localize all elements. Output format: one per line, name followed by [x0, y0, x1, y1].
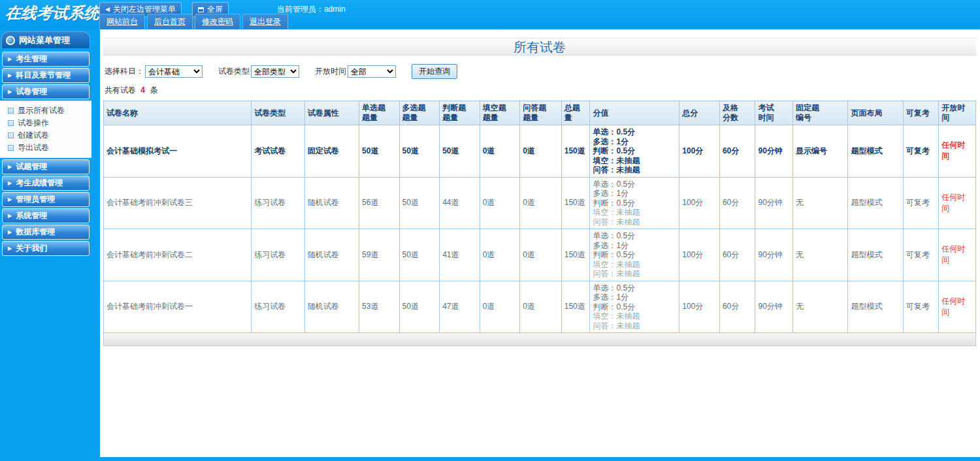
- submenu-item[interactable]: 试卷操作: [8, 117, 91, 129]
- sidebar-header: 网站菜单管理: [1, 31, 90, 48]
- cell-fixed_no: 无: [793, 177, 848, 229]
- cell-single: 53道: [359, 281, 400, 333]
- cell-fixed_no: 显示编号: [793, 125, 848, 178]
- table-row: 会计基础考前冲刺试卷一练习试卷随机试卷53道50道47道0道0道150道单选：0…: [104, 281, 976, 333]
- cell-fixed_no: 无: [793, 229, 848, 281]
- query-button[interactable]: 开始查询: [412, 64, 457, 79]
- document-icon: [8, 133, 14, 138]
- result-count: 4: [140, 86, 145, 95]
- submenu-item[interactable]: 创建试卷: [8, 129, 91, 142]
- sidebar-item-5[interactable]: ▶管理员管理: [2, 192, 90, 207]
- column-header: 试卷属性: [304, 101, 359, 125]
- cell-single: 50道: [359, 125, 400, 178]
- sidebar-menu: ▶考生管理▶科目及章节管理▶试卷管理显示所有试卷试卷操作创建试卷导出试卷▶试题管…: [0, 52, 91, 256]
- cell-single: 59道: [359, 229, 400, 281]
- column-header: 及格 分数: [719, 101, 755, 125]
- submenu-item-label: 试卷操作: [18, 118, 49, 129]
- cell-judge: 47道: [440, 281, 480, 333]
- sidebar-submenu: 显示所有试卷试卷操作创建试卷导出试卷: [0, 101, 91, 158]
- cell-total_score: 100分: [679, 125, 720, 178]
- cell-type: 练习试卷: [252, 229, 304, 281]
- result-summary: 共有试卷 4 条: [105, 85, 976, 96]
- sidebar-item-label: 考生管理: [16, 54, 47, 65]
- arrow-icon: ▶: [8, 214, 12, 219]
- cell-retake: 可复考: [903, 281, 939, 333]
- topbar-tab-2[interactable]: 修改密码: [195, 14, 240, 29]
- main-content: 所有试卷 选择科目： 会计基础 试卷类型 全部类型 开放时间 全部 开始查询 共…: [100, 29, 980, 457]
- topbar-tab-1[interactable]: 后台首页: [147, 14, 193, 29]
- sidebar-item-3[interactable]: ▶试题管理: [2, 159, 90, 174]
- column-header: 总题量: [561, 101, 590, 125]
- cell-qa: 0道: [520, 125, 562, 178]
- arrow-icon: ▶: [8, 230, 12, 235]
- cell-blank: 0道: [480, 229, 520, 281]
- submenu-item-label: 显示所有试卷: [18, 105, 65, 116]
- sidebar-header-label: 网站菜单管理: [19, 35, 70, 46]
- sidebar-item-1[interactable]: ▶科目及章节管理: [2, 68, 90, 83]
- topbar-tab-3[interactable]: 退出登录: [242, 14, 288, 29]
- topbar-tab-0[interactable]: 网站前台: [99, 14, 145, 29]
- table-header-row: 试卷名称试卷类型试卷属性单选题 题量多选题 题量判断题 题量填空题 题量问答题 …: [104, 101, 976, 125]
- cell-judge: 50道: [440, 125, 480, 178]
- cell-retake: 可复考: [903, 177, 939, 229]
- fullscreen-icon: [198, 7, 204, 12]
- arrow-icon: ▶: [8, 57, 12, 62]
- column-header: 多选题 题量: [399, 101, 440, 125]
- sidebar-item-0[interactable]: ▶考生管理: [2, 52, 90, 67]
- cell-total_q: 150道: [561, 125, 590, 178]
- open-time-select[interactable]: 全部: [348, 65, 396, 78]
- cell-name: 会计基础考前冲刺试卷一: [104, 281, 252, 333]
- page-layout: 网站菜单管理 ▶考生管理▶科目及章节管理▶试卷管理显示所有试卷试卷操作创建试卷导…: [0, 29, 980, 457]
- cell-fixed_no: 无: [793, 281, 848, 333]
- sidebar-item-label: 科目及章节管理: [16, 70, 71, 81]
- summary-prefix: 共有试卷: [105, 86, 136, 95]
- submenu-item[interactable]: 导出试卷: [8, 142, 91, 154]
- cell-attr: 随机试卷: [304, 229, 359, 281]
- cell-name: 会计基础模拟考试一: [104, 125, 252, 178]
- collapse-left-icon: ◀: [105, 7, 110, 12]
- cell-time: 90分钟: [755, 229, 793, 281]
- sidebar: 网站菜单管理 ▶考生管理▶科目及章节管理▶试卷管理显示所有试卷试卷操作创建试卷导…: [0, 29, 91, 457]
- sidebar-item-label: 试卷管理: [16, 86, 47, 97]
- type-filter-label: 试卷类型: [218, 66, 250, 77]
- cell-pass: 60分: [719, 281, 755, 333]
- cell-total_score: 100分: [679, 281, 720, 333]
- sidebar-item-8[interactable]: ▶关于我们: [2, 241, 90, 256]
- cell-multi: 50道: [399, 281, 440, 333]
- cell-qa: 0道: [520, 177, 562, 229]
- topbar: 在线考试系统 ◀ 关闭左边管理菜单 全屏 当前管理员：admin 网站前台后台首…: [0, 0, 980, 29]
- sidebar-item-label: 考生成绩管理: [16, 178, 63, 189]
- column-header: 试卷类型: [252, 101, 304, 125]
- cell-single: 56道: [359, 177, 400, 229]
- cell-judge: 41道: [440, 229, 480, 281]
- cell-qa: 0道: [520, 229, 562, 281]
- cell-pass: 60分: [719, 125, 755, 178]
- sidebar-item-label: 关于我们: [16, 243, 47, 254]
- cell-retake: 可复考: [903, 125, 939, 178]
- column-header: 填空题 题量: [480, 101, 520, 125]
- cell-retake: 可复考: [903, 229, 939, 281]
- page-title: 所有试卷: [514, 40, 566, 54]
- sidebar-item-4[interactable]: ▶考生成绩管理: [2, 176, 90, 191]
- cell-blank: 0道: [480, 281, 520, 333]
- table-row: 会计基础考前冲刺试卷二练习试卷随机试卷59道50道41道0道0道150道单选：0…: [104, 229, 976, 281]
- cell-time: 90分钟: [755, 125, 793, 178]
- cell-type: 练习试卷: [252, 281, 304, 333]
- cell-judge: 44道: [440, 177, 480, 229]
- subject-select[interactable]: 会计基础: [145, 65, 203, 78]
- filter-bar: 选择科目： 会计基础 试卷类型 全部类型 开放时间 全部 开始查询: [105, 64, 976, 79]
- cell-layout: 题型模式: [848, 229, 903, 281]
- cell-multi: 50道: [399, 229, 440, 281]
- sidebar-item-2[interactable]: ▶试卷管理: [2, 84, 90, 99]
- cell-name: 会计基础考前冲刺试卷二: [104, 229, 252, 281]
- cell-qa: 0道: [520, 281, 562, 333]
- document-icon: [8, 120, 14, 126]
- column-header: 考试 时间: [755, 101, 793, 125]
- sidebar-item-6[interactable]: ▶系统管理: [2, 208, 90, 223]
- subject-filter-label: 选择科目：: [105, 66, 144, 77]
- cell-time: 90分钟: [755, 177, 793, 229]
- sidebar-item-7[interactable]: ▶数据库管理: [2, 225, 90, 240]
- submenu-item[interactable]: 显示所有试卷: [8, 104, 91, 117]
- cell-multi: 50道: [399, 177, 440, 229]
- paper-type-select[interactable]: 全部类型: [251, 65, 299, 78]
